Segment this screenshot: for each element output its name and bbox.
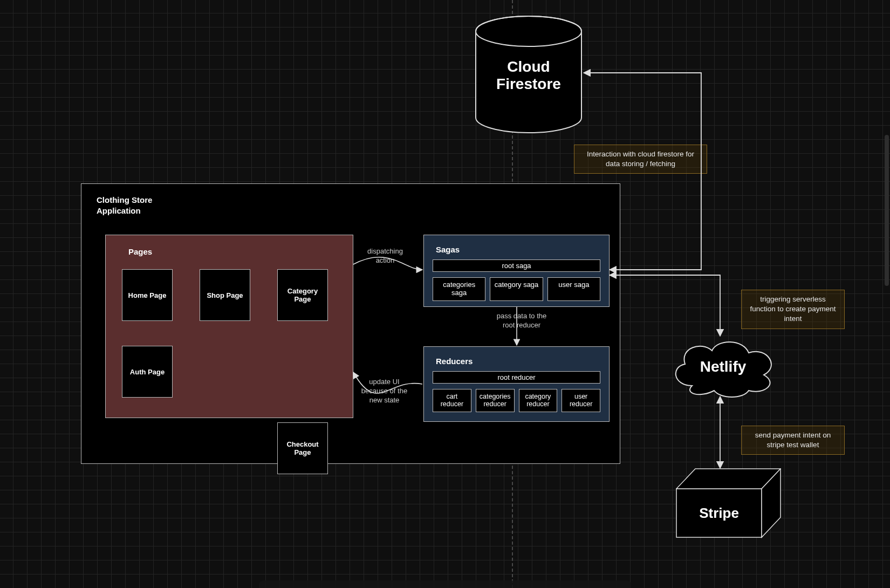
saga-user[interactable]: user saga [547, 277, 600, 301]
page-checkout[interactable]: Checkout Page [277, 422, 328, 474]
node-reducers-title: Reducers [436, 357, 600, 366]
annotation-send-intent[interactable]: send payment intent on stripe test walle… [741, 426, 845, 455]
page-shop[interactable]: Shop Page [200, 269, 250, 321]
node-reducers[interactable]: Reducers root reducer cartreducer catego… [423, 346, 610, 422]
node-stripe-label: Stripe [676, 489, 762, 537]
node-sagas[interactable]: Sagas root saga categories saga category… [423, 235, 610, 307]
bottom-toolbar[interactable] [259, 580, 631, 588]
node-cloud-firestore-label: Cloud Firestore [475, 58, 583, 93]
diagram-canvas[interactable]: Cloud Firestore Clothing Store Applicati… [0, 0, 890, 588]
edge-label-update-ui: update UI because of the new state [356, 378, 413, 405]
root-reducer[interactable]: root reducer [433, 371, 600, 384]
annotation-firestore-interaction[interactable]: Interaction with cloud firestore for dat… [574, 145, 707, 174]
annotation-trigger-serverless[interactable]: triggering serverless function to create… [741, 290, 845, 329]
node-pages[interactable]: Pages Home Page Shop Page Category Page … [105, 235, 353, 418]
node-cloud-firestore[interactable]: Cloud Firestore [475, 15, 583, 134]
edge-label-dispatching-action: dispatching action [358, 247, 412, 265]
page-auth[interactable]: Auth Page [122, 346, 173, 398]
saga-category[interactable]: category saga [490, 277, 543, 301]
edge-label-pass-data: pass data to the root reducer [492, 312, 551, 330]
reducer-category[interactable]: categoryreducer [519, 389, 558, 412]
node-app-title: Clothing Store Application [81, 184, 620, 217]
node-sagas-title: Sagas [436, 245, 600, 254]
reducer-user[interactable]: userreducer [562, 389, 600, 412]
scrollbar-vertical[interactable] [885, 135, 889, 286]
node-netlify[interactable]: Netlify [668, 334, 778, 399]
saga-categories[interactable]: categories saga [433, 277, 485, 301]
reducer-categories[interactable]: categoriesreducer [476, 389, 515, 412]
node-netlify-label: Netlify [668, 334, 778, 399]
page-category[interactable]: Category Page [277, 269, 328, 321]
page-home[interactable]: Home Page [122, 269, 173, 321]
node-pages-title: Pages [128, 247, 340, 256]
root-saga[interactable]: root saga [433, 259, 600, 272]
reducer-cart[interactable]: cartreducer [433, 389, 471, 412]
node-stripe[interactable]: Stripe [676, 468, 781, 538]
